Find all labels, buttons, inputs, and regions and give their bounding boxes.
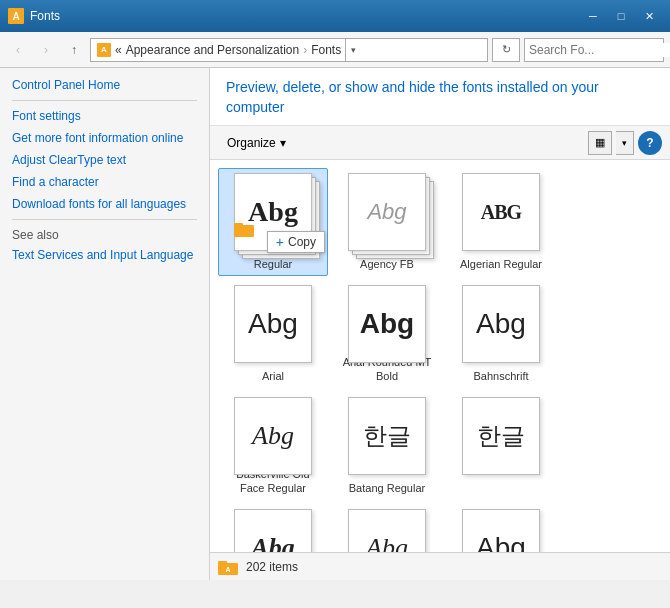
font-page-front-agency: Abg xyxy=(348,173,426,251)
font-preview-baskerville: Abg xyxy=(228,397,318,462)
font-preview-cursive: Abg xyxy=(228,509,318,552)
sidebar-find-character[interactable]: Find a character xyxy=(12,175,197,189)
sidebar-more-info[interactable]: Get more font information online xyxy=(12,131,197,145)
font-item-sans[interactable]: Abg xyxy=(446,504,556,552)
font-preview-arial: Abg xyxy=(228,285,318,365)
breadcrumb-path1: Appearance and Personalization xyxy=(126,43,299,57)
sidebar-see-also-label: See also xyxy=(12,228,197,242)
font-item-baskerville[interactable]: Abg Baskerville Old Face Regular xyxy=(218,392,328,500)
copy-plus-icon: + xyxy=(276,234,284,250)
font-preview-batang: 한글 xyxy=(342,397,432,477)
status-folder-icon: A xyxy=(218,557,238,577)
font-label-bahnschrift: Bahnschrift xyxy=(473,369,528,383)
content-area: Preview, delete, or show and hide the fo… xyxy=(210,68,670,580)
sidebar-divider-2 xyxy=(12,219,197,220)
forward-button[interactable]: › xyxy=(34,38,58,62)
font-page-korean2: 한글 xyxy=(462,397,540,475)
sidebar-divider-1 xyxy=(12,100,197,101)
breadcrumb-icon: A xyxy=(97,43,111,57)
breadcrumb-dropdown[interactable]: ▾ xyxy=(345,38,361,62)
restore-button[interactable]: □ xyxy=(608,6,634,26)
view-icon: ▦ xyxy=(595,136,605,149)
font-grid: Abg Abril Fatface Regular + Copy xyxy=(210,160,670,552)
font-preview-sans: Abg xyxy=(456,509,546,552)
font-preview-korean2: 한글 xyxy=(456,397,546,477)
window-title: Fonts xyxy=(30,9,580,23)
svg-rect-3 xyxy=(218,561,227,565)
font-preview-text-italic-serif: Abg xyxy=(366,533,408,552)
title-bar: A Fonts ─ □ ✕ xyxy=(0,0,670,32)
help-button[interactable]: ? xyxy=(638,131,662,155)
font-preview-italic-serif: Abg xyxy=(342,509,432,552)
back-button[interactable]: ‹ xyxy=(6,38,30,62)
font-preview-text: Abg xyxy=(248,196,298,228)
font-item-italic-serif[interactable]: Abg xyxy=(332,504,442,552)
sidebar-font-settings[interactable]: Font settings xyxy=(12,109,197,123)
font-preview-arial-rounded: Abg xyxy=(342,285,432,350)
copy-label: Copy xyxy=(288,235,316,249)
font-page-arial: Abg xyxy=(234,285,312,363)
font-preview-text-arial-rounded: Abg xyxy=(360,308,414,340)
search-input[interactable] xyxy=(529,43,670,57)
breadcrumb[interactable]: A « Appearance and Personalization › Fon… xyxy=(90,38,488,62)
breadcrumb-arrow1: › xyxy=(303,43,307,57)
font-preview-text-arial: Abg xyxy=(248,308,298,340)
font-preview-text-cursive: Abg xyxy=(251,533,294,552)
svg-text:A: A xyxy=(225,566,230,573)
font-label-arial: Arial xyxy=(262,369,284,383)
font-item-cursive[interactable]: Abg xyxy=(218,504,328,552)
font-item-arial-rounded[interactable]: Abg Arial Rounded MT Bold xyxy=(332,280,442,388)
font-preview-algerian: ABG xyxy=(456,173,546,253)
font-preview-agency: Abg xyxy=(342,173,432,253)
view-dropdown-button[interactable]: ▾ xyxy=(616,131,634,155)
font-preview-text-batang: 한글 xyxy=(363,420,411,452)
font-preview-text-baskerville: Abg xyxy=(252,421,294,451)
breadcrumb-path2: Fonts xyxy=(311,43,341,57)
font-item-arial[interactable]: Abg Arial xyxy=(218,280,328,388)
svg-rect-1 xyxy=(234,223,243,227)
sidebar-control-panel-home[interactable]: Control Panel Home xyxy=(12,78,197,92)
font-page-batang: 한글 xyxy=(348,397,426,475)
font-preview-bahnschrift: Abg xyxy=(456,285,546,365)
sidebar-text-services[interactable]: Text Services and Input Language xyxy=(12,248,197,262)
font-item-abril[interactable]: Abg Abril Fatface Regular + Copy xyxy=(218,168,328,276)
status-count: 202 items xyxy=(246,560,298,574)
font-page-cursive: Abg xyxy=(234,509,312,552)
refresh-button[interactable]: ↻ xyxy=(492,38,520,62)
search-box[interactable]: 🔍 xyxy=(524,38,664,62)
font-page-italic-serif: Abg xyxy=(348,509,426,552)
content-header: Preview, delete, or show and hide the fo… xyxy=(210,68,670,126)
content-header-text: Preview, delete, or show and hide the fo… xyxy=(226,78,654,117)
organize-arrow-icon: ▾ xyxy=(280,136,286,150)
sidebar-download-fonts[interactable]: Download fonts for all languages xyxy=(12,197,197,211)
window-controls: ─ □ ✕ xyxy=(580,6,662,26)
toolbar: Organize ▾ ▦ ▾ ? xyxy=(210,126,670,160)
font-page-arial-rounded: Abg xyxy=(348,285,426,363)
font-preview-text-korean2: 한글 xyxy=(477,420,525,452)
font-preview-text-sans: Abg xyxy=(476,532,526,552)
view-button[interactable]: ▦ xyxy=(588,131,612,155)
font-item-batang[interactable]: 한글 Batang Regular xyxy=(332,392,442,500)
main-layout: Control Panel Home Font settings Get mor… xyxy=(0,68,670,580)
font-item-korean2[interactable]: 한글 xyxy=(446,392,556,500)
font-item-bahnschrift[interactable]: Abg Bahnschrift xyxy=(446,280,556,388)
font-item-algerian[interactable]: ABG Algerian Regular xyxy=(446,168,556,276)
organize-button[interactable]: Organize ▾ xyxy=(218,131,295,155)
up-button[interactable]: ↑ xyxy=(62,38,86,62)
font-preview-text-agency: Abg xyxy=(367,199,406,225)
copy-tooltip[interactable]: + Copy xyxy=(267,231,325,253)
breadcrumb-separator: « xyxy=(115,43,122,57)
font-page-algerian: ABG xyxy=(462,173,540,251)
close-button[interactable]: ✕ xyxy=(636,6,662,26)
font-page-sans: Abg xyxy=(462,509,540,552)
font-page-baskerville: Abg xyxy=(234,397,312,475)
status-bar: A 202 items xyxy=(210,552,670,580)
minimize-button[interactable]: ─ xyxy=(580,6,606,26)
address-bar: ‹ › ↑ A « Appearance and Personalization… xyxy=(0,32,670,68)
font-label-batang: Batang Regular xyxy=(349,481,425,495)
font-preview-abril: Abg xyxy=(228,173,318,238)
font-preview-text-algerian: ABG xyxy=(481,201,521,224)
organize-label: Organize xyxy=(227,136,276,150)
font-item-agency[interactable]: Abg Agency FB xyxy=(332,168,442,276)
sidebar-adjust-cleartype[interactable]: Adjust ClearType text xyxy=(12,153,197,167)
